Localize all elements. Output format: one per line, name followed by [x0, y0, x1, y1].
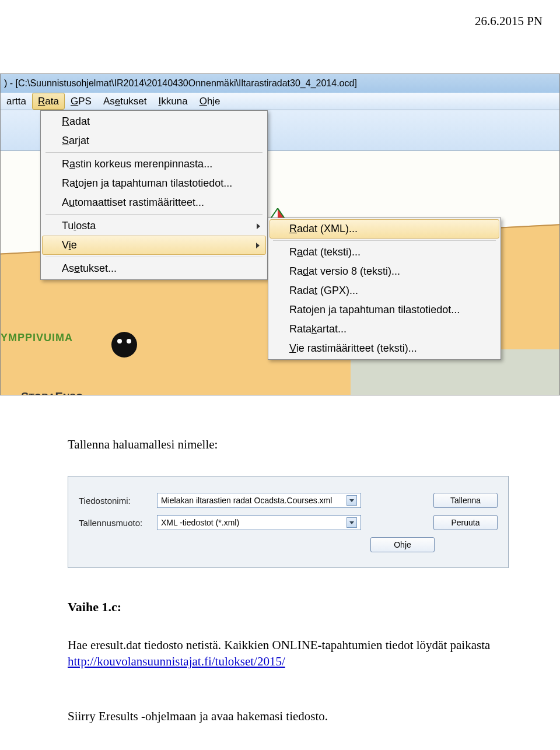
menubar: artta Rata GPS Asetukset Ikkuna Ohje: [1, 93, 559, 110]
menu-item-rastin-korkeus[interactable]: Rastin korkeus merenpinnasta...: [42, 155, 266, 174]
menu-item-ratakartat[interactable]: Ratakartat...: [270, 320, 499, 339]
menu-item-vie-rasti[interactable]: Vie rastimääritteet (teksti)...: [270, 339, 499, 358]
menu-item-vie[interactable]: Vie: [42, 236, 266, 255]
dropdown-button[interactable]: [346, 517, 357, 528]
menu-item-tulosta[interactable]: Tulosta: [42, 216, 266, 236]
help-button[interactable]: Ohje: [370, 537, 435, 552]
save-dialog: Tiedostonimi: Mielakan iltarastien radat…: [68, 476, 509, 568]
label-filetype: Tallennusmuoto:: [79, 518, 149, 528]
menu-separator: [273, 240, 496, 241]
menu-item-radat-gpx[interactable]: Radat (GPX)...: [270, 281, 499, 300]
page-date: 26.6.2015 PN: [475, 14, 542, 29]
menu-item-radat-xml[interactable]: Radat (XML)...: [270, 219, 499, 239]
cancel-button[interactable]: Peruuta: [433, 515, 498, 530]
dropdown-button[interactable]: [346, 495, 357, 506]
menu-item-auto-rasti[interactable]: Automaattiset rastimääritteet...: [42, 193, 266, 212]
input-filename[interactable]: Mielakan iltarastien radat Ocadsta.Cours…: [157, 493, 361, 508]
menu-item-asetukset[interactable]: Asetukset...: [42, 259, 266, 278]
link-tulokset[interactable]: http://kouvolansuunnistajat.fi/tulokset/…: [68, 654, 285, 668]
menu-separator: [46, 257, 262, 257]
submenu-arrow-icon: [256, 243, 260, 248]
chevron-down-icon: [349, 521, 354, 524]
sponsor-text-ymppi: YMPPIVUIMA: [1, 332, 73, 344]
window-titlebar: ) - [C:\Suunnistusohjelmat\IR2014\201404…: [1, 74, 559, 93]
menu-gps[interactable]: GPS: [65, 93, 97, 110]
paragraph-siirry: Siirry Eresults -ohjelmaan ja avaa hakem…: [68, 709, 328, 724]
body-text-tallenna: Tallenna haluamallesi nimelle:: [68, 437, 218, 452]
ocad-app-screenshot: ) - [C:\Suunnistusohjelmat\IR2014\201404…: [0, 73, 560, 395]
menu-asetukset[interactable]: Asetukset: [97, 93, 153, 110]
chevron-down-icon: [349, 499, 354, 502]
menu-item-radat-v8[interactable]: Radat versio 8 (teksti)...: [270, 262, 499, 281]
menu-ikkuna[interactable]: Ikkuna: [153, 93, 194, 110]
menu-kartta[interactable]: artta: [1, 93, 32, 110]
menu-separator: [46, 214, 262, 215]
text-hae: Hae eresult.dat tiedosto netistä. Kaikki…: [68, 638, 490, 652]
menu-item-radat-teksti[interactable]: Radat (teksti)...: [270, 243, 499, 262]
menu-item-ratojen-tilasto[interactable]: Ratojen ja tapahtuman tilastotiedot...: [42, 174, 266, 193]
heading-vaihe: Vaihe 1.c:: [68, 600, 121, 615]
sponsor-logo-icon: [111, 332, 137, 358]
save-button[interactable]: Tallenna: [433, 493, 498, 508]
vie-submenu: Radat (XML)... Radat (teksti)... Radat v…: [268, 218, 501, 360]
submenu-arrow-icon: [257, 223, 260, 229]
select-filetype[interactable]: XML -tiedostot (*.xml): [157, 515, 361, 530]
rata-menu: Radat Sarjat Rastin korkeus merenpinnast…: [40, 110, 268, 280]
menu-item-sarjat[interactable]: Sarjat: [42, 131, 266, 150]
sponsor-text-stora: STORAENSO: [21, 390, 83, 395]
paragraph-hae: Hae eresult.dat tiedosto netistä. Kaikki…: [68, 637, 511, 670]
menu-item-radat[interactable]: Radat: [42, 112, 266, 131]
menu-separator: [46, 152, 262, 153]
select-filetype-value: XML -tiedostot (*.xml): [161, 518, 239, 527]
menu-item-sub-ratojen-tilasto[interactable]: Ratojen ja tapahtuman tilastotiedot...: [270, 300, 499, 320]
menu-rata[interactable]: Rata: [32, 93, 65, 110]
menu-ohje[interactable]: Ohje: [194, 93, 226, 110]
label-filename: Tiedostonimi:: [79, 496, 149, 506]
input-filename-value: Mielakan iltarastien radat Ocadsta.Cours…: [161, 496, 332, 505]
